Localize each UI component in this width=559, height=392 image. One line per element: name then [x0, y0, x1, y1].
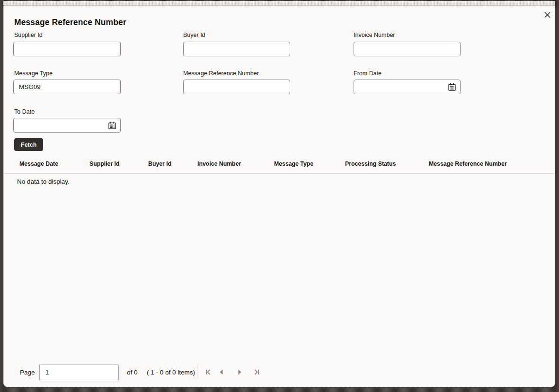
page-count-text: of 0: [127, 369, 138, 376]
first-page-button[interactable]: [203, 366, 214, 378]
page-label: Page: [20, 369, 35, 376]
column-header-supplier-id: Supplier Id: [89, 160, 120, 167]
message-reference-number-label: Message Reference Number: [183, 70, 259, 77]
invoice-number-input[interactable]: [354, 42, 461, 56]
message-reference-number-dialog: [3, 5, 555, 387]
column-header-invoice-number: Invoice Number: [197, 160, 241, 167]
next-page-icon: [235, 367, 244, 377]
column-header-buyer-id: Buyer Id: [148, 160, 171, 167]
buyer-id-label: Buyer Id: [183, 32, 205, 38]
column-header-processing-status: Processing Status: [345, 160, 396, 167]
items-range-text: ( 1 - 0 of 0 items): [147, 369, 195, 376]
previous-page-icon: [217, 367, 226, 377]
last-page-icon: [252, 367, 261, 377]
close-icon: [543, 11, 551, 19]
message-reference-number-input[interactable]: [183, 80, 290, 94]
from-date-field: [354, 80, 461, 94]
first-page-icon: [204, 367, 213, 377]
to-date-calendar-button[interactable]: [107, 121, 117, 130]
supplier-id-input[interactable]: [13, 42, 121, 56]
previous-page-button[interactable]: [216, 366, 227, 378]
table-header-divider: [5, 173, 554, 174]
table-empty-message: No data to display.: [17, 178, 70, 185]
pagination-divider: [197, 365, 197, 379]
from-date-label: From Date: [354, 70, 382, 77]
close-button[interactable]: [541, 9, 553, 20]
backdrop-top-band: [3, 1, 555, 5]
page-title: Message Reference Number: [14, 18, 126, 27]
to-date-field: [13, 118, 121, 133]
invoice-number-label: Invoice Number: [354, 32, 395, 38]
from-date-calendar-button[interactable]: [447, 82, 457, 92]
message-type-label: Message Type: [14, 70, 53, 77]
calendar-icon: [108, 121, 116, 130]
column-header-message-date: Message Date: [19, 160, 58, 167]
buyer-id-input[interactable]: [183, 42, 290, 56]
column-header-message-reference-number: Message Reference Number: [429, 160, 507, 167]
from-date-input[interactable]: [354, 80, 461, 94]
page-backdrop: Message Reference Number Supplier Id Buy…: [0, 0, 559, 392]
next-page-button[interactable]: [234, 366, 245, 378]
page-number-input[interactable]: [39, 365, 119, 380]
message-type-input[interactable]: [13, 80, 121, 94]
to-date-input[interactable]: [13, 118, 121, 133]
column-header-message-type: Message Type: [274, 160, 313, 167]
fetch-button[interactable]: Fetch: [14, 138, 43, 151]
last-page-button[interactable]: [251, 366, 262, 378]
to-date-label: To Date: [14, 108, 35, 115]
calendar-icon: [448, 83, 456, 91]
supplier-id-label: Supplier Id: [14, 32, 43, 38]
